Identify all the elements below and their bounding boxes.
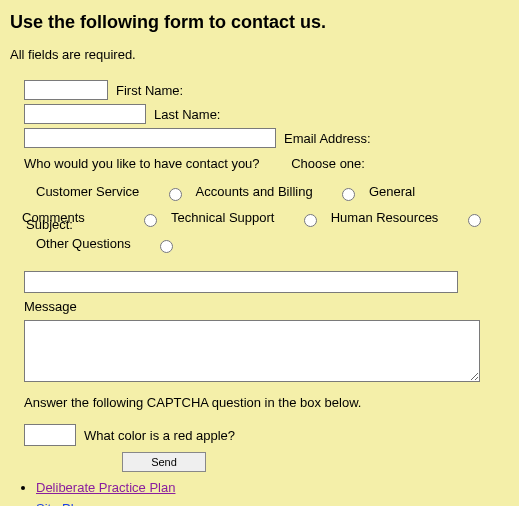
radio-other-questions[interactable] [160,240,173,253]
page-title: Use the following form to contact us. [10,12,509,33]
contact-question: Who would you like to have contact you? [24,156,260,171]
radio-human-resources[interactable] [468,214,481,227]
message-textarea[interactable] [24,320,480,382]
required-notice: All fields are required. [10,47,509,62]
captcha-input[interactable] [24,424,76,446]
last-name-label: Last Name: [154,107,220,122]
radio-technical-support[interactable] [304,214,317,227]
first-name-input[interactable] [24,80,108,100]
captcha-instruction: Answer the following CAPTCHA question in… [24,395,509,410]
link-deliberate-practice[interactable]: Deliberate Practice Plan [36,480,175,495]
message-label: Message [24,299,509,314]
radio-comments[interactable] [144,214,157,227]
option-general: General [369,184,415,199]
option-technical-support: Technical Support [171,210,274,225]
captcha-question: What color is a red apple? [84,428,235,443]
send-button[interactable]: Send [122,452,206,472]
subject-input[interactable] [24,271,458,293]
last-name-input[interactable] [24,104,146,124]
option-customer-service: Customer Service [36,184,139,199]
radio-accounts-billing[interactable] [342,188,355,201]
first-name-label: First Name: [116,83,183,98]
option-human-resources: Human Resources [331,210,439,225]
email-label: Email Address: [284,131,371,146]
email-input[interactable] [24,128,276,148]
subject-inline-label: Subject: [26,212,73,238]
option-other-questions: Other Questions [36,236,131,251]
link-site-plan[interactable]: Site Plan [36,501,88,506]
choose-one-label: Choose one: [291,156,365,171]
option-accounts-billing: Accounts and Billing [196,184,313,199]
radio-customer-service[interactable] [169,188,182,201]
links-list: Deliberate Practice Plan Site Plan [10,480,509,506]
